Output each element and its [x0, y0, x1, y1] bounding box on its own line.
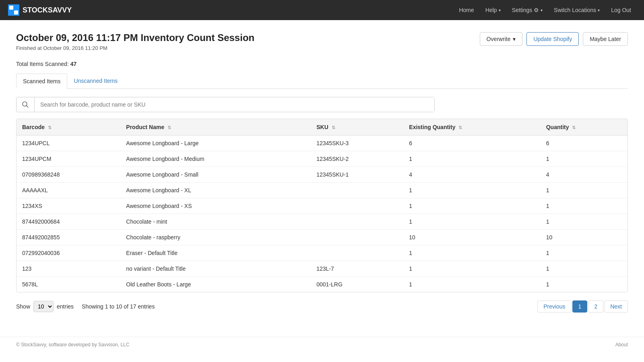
cell-qty: 1 — [541, 214, 627, 230]
table-container: Barcode ⇅ Product Name ⇅ SKU ⇅ Existing … — [16, 119, 628, 292]
cell-barcode: 874492000684 — [17, 214, 120, 230]
search-input[interactable] — [35, 97, 434, 112]
table-footer: Show 10 25 50 entries Showing 1 to 10 of… — [16, 300, 628, 313]
search-container — [16, 97, 435, 112]
nav-item-home[interactable]: Home — [454, 4, 479, 16]
svg-rect-0 — [9, 6, 13, 10]
col-product-name[interactable]: Product Name ⇅ — [120, 119, 311, 136]
maybe-later-label: Maybe Later — [590, 36, 621, 42]
col-qty[interactable]: Quantity ⇅ — [541, 119, 627, 136]
cell-sku: 12345SKU-2 — [311, 151, 403, 167]
page-title-group: October 09, 2016 11:17 PM Inventory Coun… — [16, 32, 254, 51]
cell-product-name: Awesome Longboard - Medium — [120, 151, 311, 167]
cell-qty: 1 — [541, 277, 627, 292]
svg-rect-3 — [14, 10, 18, 14]
table-row: 874492002855 Chocolate - raspberry 10 10 — [17, 230, 627, 245]
cell-product-name: no variant - Default Title — [120, 261, 311, 277]
page-2-button[interactable]: 2 — [588, 300, 603, 313]
pagination: Previous 1 2 Next — [537, 300, 628, 313]
table-row: 1234UPCM Awesome Longboard - Medium 1234… — [17, 151, 627, 167]
sort-barcode-icon: ⇅ — [48, 125, 52, 130]
cell-product-name: Chocolate - raspberry — [120, 230, 311, 245]
cell-sku — [311, 198, 403, 214]
nav-item-switch-locations[interactable]: Switch Locations ▾ — [549, 4, 605, 16]
cell-existing-qty: 1 — [403, 183, 540, 198]
tab-unscanned-items[interactable]: Unscanned Items — [67, 74, 124, 89]
cell-qty: 4 — [541, 167, 627, 183]
show-entries: Show 10 25 50 entries — [16, 301, 74, 312]
brand-logo[interactable]: STOCKSAVVY — [8, 4, 72, 16]
table-row: 123 no variant - Default Title 123L-7 1 … — [17, 261, 627, 277]
col-sku[interactable]: SKU ⇅ — [311, 119, 403, 136]
cell-existing-qty: 4 — [403, 167, 540, 183]
cell-existing-qty: 6 — [403, 136, 540, 151]
nav-item-help[interactable]: Help ▾ — [481, 4, 506, 16]
cell-product-name: Chocolate - mint — [120, 214, 311, 230]
table-row: 5678L Old Leather Boots - Large 0001-LRG… — [17, 277, 627, 292]
cell-existing-qty: 1 — [403, 245, 540, 261]
show-label: Show — [16, 303, 30, 310]
cell-product-name: Awesome Longboard - XL — [120, 183, 311, 198]
cell-barcode: 874492002855 — [17, 230, 120, 245]
cell-qty: 1 — [541, 198, 627, 214]
previous-button[interactable]: Previous — [537, 300, 571, 313]
nav-item-logout[interactable]: Log Out — [606, 4, 636, 16]
cell-barcode: AAAAAXL — [17, 183, 120, 198]
page-title: October 09, 2016 11:17 PM Inventory Coun… — [16, 32, 254, 43]
sort-sku-icon: ⇅ — [332, 125, 335, 130]
table-row: 070989368248 Awesome Longboard - Small 1… — [17, 167, 627, 183]
cell-sku — [311, 214, 403, 230]
cell-product-name: Awesome Longboard - XS — [120, 198, 311, 214]
maybe-later-button[interactable]: Maybe Later — [583, 32, 628, 46]
update-shopify-button[interactable]: Update Shopify — [526, 32, 579, 46]
cell-barcode: 1234XS — [17, 198, 120, 214]
table-row: AAAAAXL Awesome Longboard - XL 1 1 — [17, 183, 627, 198]
cell-product-name: Eraser - Default Title — [120, 245, 311, 261]
copyright: © StockSavvy, software developed by Savv… — [16, 342, 129, 348]
next-button[interactable]: Next — [604, 300, 628, 313]
page-footer: © StockSavvy, software developed by Savv… — [0, 337, 644, 352]
page-1-button[interactable]: 1 — [572, 300, 588, 313]
tab-scanned-items[interactable]: Scanned Items — [16, 74, 67, 89]
cell-qty: 1 — [541, 245, 627, 261]
cell-existing-qty: 1 — [403, 277, 540, 292]
settings-dropdown-arrow: ▾ — [541, 8, 543, 12]
search-icon — [17, 97, 35, 112]
table-row: 1234UPCL Awesome Longboard - Large 12345… — [17, 136, 627, 151]
cell-barcode: 1234UPCL — [17, 136, 120, 151]
col-barcode[interactable]: Barcode ⇅ — [17, 119, 120, 136]
cell-barcode: 072992040036 — [17, 245, 120, 261]
brand-text: STOCKSAVVY — [23, 6, 72, 14]
items-table: Barcode ⇅ Product Name ⇅ SKU ⇅ Existing … — [17, 119, 627, 292]
cell-sku: 123L-7 — [311, 261, 403, 277]
about-link[interactable]: About — [615, 342, 628, 348]
nav-item-settings[interactable]: Settings ⚙ ▾ — [507, 4, 547, 16]
svg-rect-1 — [14, 6, 18, 10]
cell-qty: 10 — [541, 230, 627, 245]
cell-sku: 12345SKU-3 — [311, 136, 403, 151]
cell-qty: 1 — [541, 183, 627, 198]
cell-sku — [311, 230, 403, 245]
entries-select[interactable]: 10 25 50 — [33, 301, 54, 312]
cell-barcode: 5678L — [17, 277, 120, 292]
entries-info: Showing 1 to 10 of 17 entries — [82, 303, 155, 310]
total-items-value: 47 — [70, 61, 77, 67]
cell-product-name: Awesome Longboard - Large — [120, 136, 311, 151]
svg-rect-2 — [9, 10, 13, 14]
sort-qty-icon: ⇅ — [572, 125, 576, 130]
overwrite-button[interactable]: Overwrite ▾ — [480, 32, 523, 46]
cell-product-name: Old Leather Boots - Large — [120, 277, 311, 292]
col-existing-qty[interactable]: Existing Quantity ⇅ — [403, 119, 540, 136]
overwrite-dropdown-arrow: ▾ — [513, 36, 516, 42]
main-content: October 09, 2016 11:17 PM Inventory Coun… — [0, 20, 644, 325]
update-shopify-label: Update Shopify — [533, 36, 572, 42]
help-dropdown-arrow: ▾ — [499, 8, 501, 12]
cell-existing-qty: 10 — [403, 230, 540, 245]
cell-barcode: 1234UPCM — [17, 151, 120, 167]
overwrite-label: Overwrite — [487, 36, 511, 42]
cell-existing-qty: 1 — [403, 214, 540, 230]
cell-sku: 0001-LRG — [311, 277, 403, 292]
cell-existing-qty: 1 — [403, 151, 540, 167]
table-body: 1234UPCL Awesome Longboard - Large 12345… — [17, 136, 627, 292]
page-subtitle: Finished at October 09, 2016 11:20 PM — [16, 45, 254, 51]
